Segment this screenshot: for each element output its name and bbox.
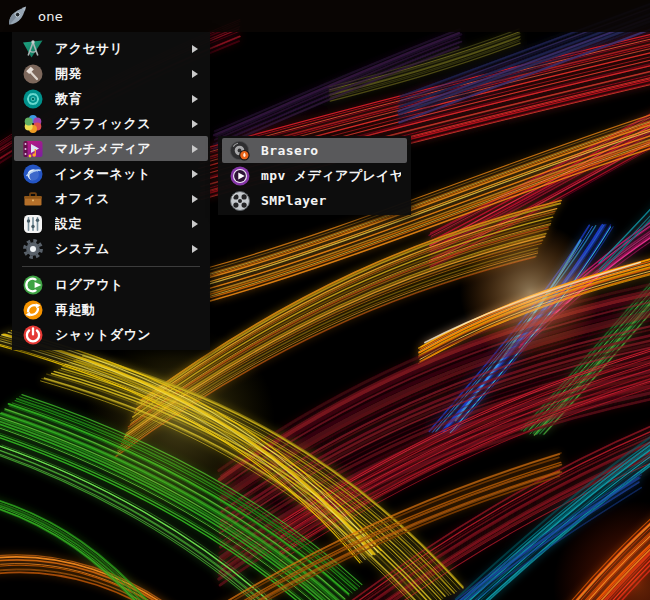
panel-app-label: one	[38, 9, 63, 24]
submenu-arrow-icon	[192, 95, 198, 103]
menu-item-shutdown[interactable]: シャットダウン	[14, 322, 208, 347]
menu-item-label: グラフィックス	[55, 115, 186, 133]
top-panel: one	[0, 0, 650, 32]
restart-icon	[22, 299, 44, 321]
menu-item-internet[interactable]: インターネット	[14, 161, 208, 186]
menu-item-label: 再起動	[55, 301, 202, 319]
smplayer-icon	[229, 190, 251, 212]
menu-item-smplayer[interactable]: SMPlayer	[222, 188, 407, 213]
menu-item-office[interactable]: オフィス	[14, 186, 208, 211]
brasero-icon	[229, 140, 251, 162]
multimedia-icon	[22, 138, 44, 160]
menu-item-system[interactable]: システム	[14, 236, 208, 261]
menu-item-brasero[interactable]: Brasero	[222, 138, 407, 163]
menu-item-label: 開発	[55, 65, 186, 83]
submenu-arrow-icon	[192, 170, 198, 178]
menu-item-label: Brasero	[261, 143, 401, 158]
menu-item-label: ログアウト	[55, 276, 202, 294]
menu-item-label: オフィス	[55, 190, 186, 208]
internet-icon	[22, 163, 44, 185]
submenu-arrow-icon	[192, 245, 198, 253]
submenu-arrow-icon	[192, 220, 198, 228]
accessories-icon	[22, 38, 44, 60]
submenu-arrow-icon	[192, 120, 198, 128]
menu-item-label: 設定	[55, 215, 186, 233]
graphics-icon	[22, 113, 44, 135]
menu-item-education[interactable]: 教育	[14, 86, 208, 111]
menu-item-label: 教育	[55, 90, 186, 108]
menu-item-label: インターネット	[55, 165, 186, 183]
menu-item-restart[interactable]: 再起動	[14, 297, 208, 322]
menu-item-accessories[interactable]: アクセサリ	[14, 36, 208, 61]
menu-item-logout[interactable]: ログアウト	[14, 272, 208, 297]
menu-launcher-button[interactable]	[5, 4, 29, 28]
multimedia-submenu: Brasero mpv メディアプレイヤー SMP	[218, 136, 411, 215]
mpv-icon	[229, 165, 251, 187]
menu-item-multimedia[interactable]: マルチメディア	[14, 136, 208, 161]
menu-item-label: シャットダウン	[55, 326, 202, 344]
submenu-arrow-icon	[192, 195, 198, 203]
menu-item-graphics[interactable]: グラフィックス	[14, 111, 208, 136]
education-icon	[22, 88, 44, 110]
system-icon	[22, 238, 44, 260]
submenu-arrow-icon	[192, 45, 198, 53]
menu-item-label: マルチメディア	[55, 140, 186, 158]
development-icon	[22, 63, 44, 85]
logout-icon	[22, 274, 44, 296]
menu-item-settings[interactable]: 設定	[14, 211, 208, 236]
menu-separator	[22, 266, 200, 267]
applications-menu: アクセサリ 開発 教育	[12, 32, 210, 350]
menu-item-development[interactable]: 開発	[14, 61, 208, 86]
menu-item-label: システム	[55, 240, 186, 258]
submenu-arrow-icon	[192, 145, 198, 153]
settings-icon	[22, 213, 44, 235]
submenu-arrow-icon	[192, 70, 198, 78]
menu-item-mpv[interactable]: mpv メディアプレイヤー	[222, 163, 407, 188]
menu-item-label: SMPlayer	[261, 193, 401, 208]
menu-item-label: アクセサリ	[55, 40, 186, 58]
office-icon	[22, 188, 44, 210]
menu-item-label: mpv メディアプレイヤー	[261, 167, 401, 185]
shutdown-icon	[22, 324, 44, 346]
rocket-icon	[5, 4, 29, 28]
